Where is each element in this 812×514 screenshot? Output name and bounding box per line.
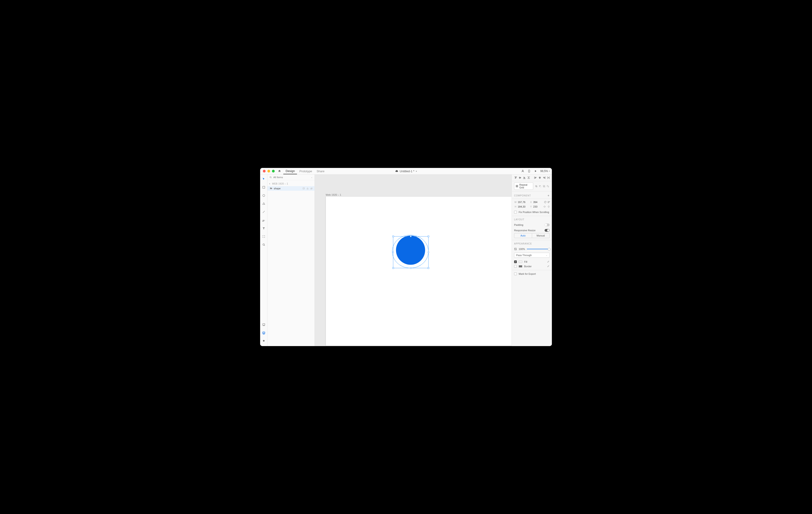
maximize-window-button[interactable]: [272, 170, 275, 172]
tab-prototype[interactable]: Prototype: [297, 168, 314, 174]
opacity-value[interactable]: 100%: [519, 248, 525, 250]
resize-handle-tm[interactable]: [410, 236, 412, 237]
subtract-button[interactable]: [539, 185, 542, 188]
rotate-icon: [544, 201, 547, 204]
pen-tool[interactable]: [261, 218, 266, 222]
svg-rect-38: [549, 177, 550, 179]
padding-toggle[interactable]: [545, 223, 550, 226]
resize-auto-button[interactable]: Auto: [514, 233, 532, 238]
fix-position-checkbox[interactable]: [514, 211, 517, 214]
zoom-tool[interactable]: [261, 242, 266, 247]
eyedropper-icon[interactable]: [547, 261, 550, 263]
align-left-button[interactable]: [534, 176, 537, 180]
layers-panel-button[interactable]: [261, 331, 266, 335]
layer-item-shape[interactable]: shape: [267, 186, 315, 191]
blend-mode-select[interactable]: Pass Through ⌄: [514, 253, 550, 258]
minimize-window-button[interactable]: [267, 170, 270, 172]
rotation-control[interactable]: 0°: [543, 201, 550, 204]
align-vcenter-button[interactable]: [518, 176, 522, 180]
close-window-button[interactable]: [263, 170, 266, 172]
flip-horizontal-button[interactable]: [543, 205, 546, 208]
chevron-down-icon[interactable]: ⌄: [311, 176, 313, 179]
ellipse-tool[interactable]: [261, 193, 266, 198]
tab-design[interactable]: Design: [283, 168, 297, 174]
resize-manual-button[interactable]: Manual: [532, 233, 550, 238]
layers-search-input[interactable]: [273, 176, 310, 179]
selection-bounds[interactable]: [393, 236, 429, 268]
border-swatch[interactable]: [519, 265, 522, 268]
breadcrumb-label[interactable]: WEB 1920 – 1: [272, 183, 288, 185]
align-hcenter-button[interactable]: [538, 176, 542, 180]
align-right-button[interactable]: [543, 176, 546, 180]
account-icon[interactable]: [521, 169, 524, 173]
resize-handle-mr[interactable]: [428, 251, 429, 253]
visibility-icon[interactable]: [310, 187, 313, 190]
width-value[interactable]: 197,76: [518, 201, 529, 204]
y-value[interactable]: 233: [533, 205, 542, 208]
fill-checkbox[interactable]: [514, 261, 517, 263]
svg-line-5: [263, 211, 264, 213]
back-button[interactable]: ‹: [269, 182, 270, 185]
svg-rect-3: [263, 186, 265, 188]
repeat-grid-button[interactable]: Repeat Grid: [514, 183, 533, 190]
distribute-vertical-button[interactable]: [527, 176, 530, 180]
fix-position-row[interactable]: Fix Position When Scrolling: [512, 210, 552, 216]
border-checkbox[interactable]: [514, 265, 517, 268]
device-preview-icon[interactable]: [527, 169, 531, 173]
chevron-down-icon: ⌄: [546, 254, 548, 256]
eyedropper-icon[interactable]: [547, 265, 550, 268]
rotation-value: 0°: [548, 201, 550, 204]
home-button[interactable]: [278, 169, 281, 173]
play-icon[interactable]: [534, 169, 537, 173]
x-value[interactable]: 394: [533, 201, 542, 204]
height-value[interactable]: 184,33: [518, 205, 529, 208]
layout-section-title: LAYOUT: [512, 216, 552, 222]
tab-share[interactable]: Share: [314, 168, 327, 174]
select-tool[interactable]: [261, 177, 266, 181]
flip-vertical-button[interactable]: [547, 205, 550, 208]
fill-row: Fill: [512, 260, 552, 264]
text-tool[interactable]: [261, 226, 266, 231]
mark-export-checkbox[interactable]: [514, 272, 517, 275]
svg-rect-22: [523, 179, 526, 179]
resize-handle-tl[interactable]: [393, 236, 394, 237]
resize-handle-ml[interactable]: [393, 251, 394, 253]
union-button[interactable]: [534, 185, 538, 188]
resize-handle-bl[interactable]: [393, 267, 394, 269]
line-tool[interactable]: [261, 210, 266, 214]
fix-position-label: Fix Position When Scrolling: [519, 211, 549, 214]
distribute-horizontal-button[interactable]: [547, 176, 550, 180]
exclude-button[interactable]: [546, 185, 550, 188]
intersect-button[interactable]: [542, 185, 546, 188]
align-bottom-button[interactable]: [523, 176, 526, 180]
assets-panel-button[interactable]: [261, 322, 266, 327]
fill-swatch[interactable]: [519, 261, 522, 263]
zoom-control[interactable]: 98,5% ▾: [540, 169, 550, 173]
canvas[interactable]: Web 1920 – 1: [315, 174, 512, 346]
svg-rect-17: [515, 177, 516, 179]
mark-export-row[interactable]: Mark for Export: [512, 270, 552, 277]
resize-handle-bm[interactable]: [410, 267, 412, 269]
polygon-tool[interactable]: [261, 201, 266, 206]
blend-mode-row: Pass Through ⌄: [514, 253, 550, 258]
document-title[interactable]: Untitled-1 * ▾: [395, 169, 417, 173]
blend-mode-value: Pass Through: [516, 254, 532, 256]
add-component-button[interactable]: +: [548, 194, 550, 197]
shape-circle[interactable]: [396, 236, 425, 265]
artboard[interactable]: [326, 196, 512, 346]
lock-icon[interactable]: [306, 187, 309, 190]
export-icon[interactable]: [302, 187, 305, 190]
resize-handle-br[interactable]: [428, 267, 429, 269]
layers-search[interactable]: ⌄: [267, 174, 315, 180]
rectangle-tool[interactable]: [261, 185, 266, 190]
artboard-tool[interactable]: [261, 234, 266, 239]
svg-rect-24: [525, 177, 525, 179]
align-top-button[interactable]: [514, 176, 517, 180]
responsive-toggle[interactable]: [545, 229, 550, 232]
plugins-panel-button[interactable]: [261, 339, 266, 343]
fill-label: Fill: [524, 261, 527, 263]
svg-point-0: [522, 170, 523, 171]
opacity-slider[interactable]: [527, 249, 550, 249]
resize-handle-tr[interactable]: [428, 236, 429, 237]
artboard-label[interactable]: Web 1920 – 1: [326, 193, 341, 196]
